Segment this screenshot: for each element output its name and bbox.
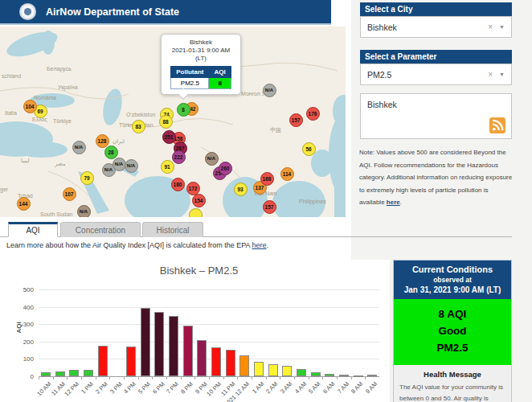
map-aqi-marker[interactable]: 56 [302,142,316,156]
chart-bar[interactable] [197,340,207,376]
chart-bar[interactable] [239,355,249,376]
chart-x-tick-label: 3 AM [279,380,293,395]
chart-bar[interactable] [325,374,334,376]
map-aqi-marker[interactable]: 154 [192,194,206,207]
city-select[interactable]: Bishkek × ▼ [360,16,512,38]
map-aqi-marker[interactable]: 88 [159,115,173,129]
chart-bar[interactable] [84,370,93,376]
chart-x-tick-label: 3 PM [108,380,124,396]
map-place-label: ger [0,187,8,192]
chart-bar[interactable] [282,366,292,376]
aqi-bar-chart: Bishkek – PM2.5 AQI 010020030040050010 A… [8,260,390,402]
map-aqi-marker[interactable]: 144 [17,197,31,211]
map-aqi-marker[interactable]: 114 [280,167,294,181]
popup-col-pollutant: Pollutant [171,67,209,78]
popup-pollutant-value: PM2.5 [171,78,209,89]
chevron-down-icon[interactable]: ▼ [499,72,505,77]
map-aqi-marker[interactable]: 251 [162,130,176,144]
map-aqi-marker[interactable]: 157 [289,113,303,127]
aqi-world-map[interactable]: schlandБеларусьУкраїнаRomâniaItaliaΕλλάς… [0,27,346,217]
rss-feed-icon[interactable] [489,117,505,133]
map-place-label: ليبيا [21,158,30,164]
cc-observed: observed at [395,276,509,284]
map-aqi-marker[interactable]: N/A [125,159,138,173]
map-aqi-marker[interactable]: 157 [263,200,276,214]
cc-health-text: The AQI value for your community is betw… [399,382,505,402]
city-select-value: Bishkek [367,23,488,32]
note-here-link[interactable]: here [387,199,400,206]
map-place-label: Philippines [299,199,326,204]
chart-x-tick-label: 8 PM [179,380,194,396]
chart-bar[interactable] [126,347,136,376]
map-place-label: 中国 [270,126,281,134]
chart-x-tick-label: 10 PM [206,380,223,398]
popup-datetime: 2021-01-31 9:00 AM [165,47,237,55]
chart-x-tick [309,376,309,379]
chart-y-tick-label: 500 [13,286,34,293]
cc-aqi-block: 8 AQI Good PM2.5 [394,299,511,365]
chart-bar[interactable] [211,347,221,376]
tab-historical[interactable]: Historical [142,222,203,237]
chart-bar[interactable] [41,372,51,376]
chart-bar[interactable] [69,370,79,376]
chart-bar[interactable] [354,375,363,377]
chart-bar[interactable] [367,375,377,376]
clear-parameter-icon[interactable]: × [488,70,493,79]
chart-x-tick-label: 12 PM [63,380,81,398]
chart-x-tick-label: 4 AM [293,380,308,395]
chart-bar[interactable] [169,316,178,376]
map-aqi-marker[interactable] [189,208,203,218]
map-aqi-marker[interactable]: N/A [263,84,276,97]
map-aqi-marker[interactable]: N/A [205,152,219,166]
map-aqi-marker[interactable]: 128 [96,134,109,148]
map-aqi-marker[interactable]: 104 [23,100,37,113]
chart-x-tick-label: 11 AM [50,380,67,397]
map-aqi-marker[interactable]: 107 [63,187,76,201]
chart-x-tick [53,376,54,379]
chart-y-tick-label: 200 [13,338,34,346]
map-aqi-marker[interactable]: N/A [72,141,86,154]
chart-bar[interactable] [55,371,65,376]
parameter-select[interactable]: PM2.5 × ▼ [360,64,512,85]
map-aqi-marker[interactable]: 168 [260,172,274,186]
map-aqi-marker[interactable]: 91 [161,160,174,174]
chart-bar[interactable] [98,346,108,376]
chart-y-tick-label: 300 [13,321,34,328]
tab-concentration[interactable]: Concentration [60,222,141,237]
map-aqi-marker[interactable]: N/A [113,158,126,171]
map-aqi-marker[interactable]: 79 [80,171,94,185]
map-aqi-marker[interactable]: 180 [171,178,185,191]
chart-gridline [39,342,379,343]
chart-x-tick-label: 6 PM [151,380,166,396]
map-aqi-marker[interactable]: 8 [177,103,190,117]
map-aqi-marker[interactable]: 222 [172,150,186,164]
tab-aqi[interactable]: AQI [8,222,58,237]
chart-bar[interactable] [339,375,349,376]
chevron-down-icon[interactable]: ▼ [499,24,505,30]
chart-x-tick [194,376,195,379]
map-aqi-marker[interactable]: 83 [132,120,145,133]
app-header: AirNow Department of State [0,0,331,25]
chart-y-tick-label: 0 [13,373,34,380]
chart-bar[interactable] [183,326,193,376]
map-aqi-marker[interactable]: 172 [186,182,200,195]
map-aqi-marker[interactable]: 93 [234,183,248,196]
chart-bar[interactable] [268,364,278,376]
chart-x-tick-label: 1 AM [251,380,265,395]
parameter-select-value: PM2.5 [367,70,488,80]
map-aqi-marker[interactable]: 176 [306,107,320,121]
chart-bar[interactable] [311,372,321,376]
clear-city-icon[interactable]: × [488,23,493,31]
chart-bar[interactable] [154,312,164,376]
map-aqi-marker[interactable]: N/A [77,205,91,218]
chart-bar[interactable] [254,362,264,376]
chart-bar[interactable] [141,308,150,376]
chart-gridline [39,307,379,308]
chart-bar[interactable] [297,369,306,376]
chart-bar[interactable] [226,350,235,376]
map-place-label: O'zbekiston [126,112,155,117]
learn-more-here-link[interactable]: here [252,241,267,249]
map-aqi-marker[interactable]: 260 [219,162,232,175]
chart-x-tick [96,376,96,379]
map-aqi-marker[interactable]: 28 [104,146,118,159]
